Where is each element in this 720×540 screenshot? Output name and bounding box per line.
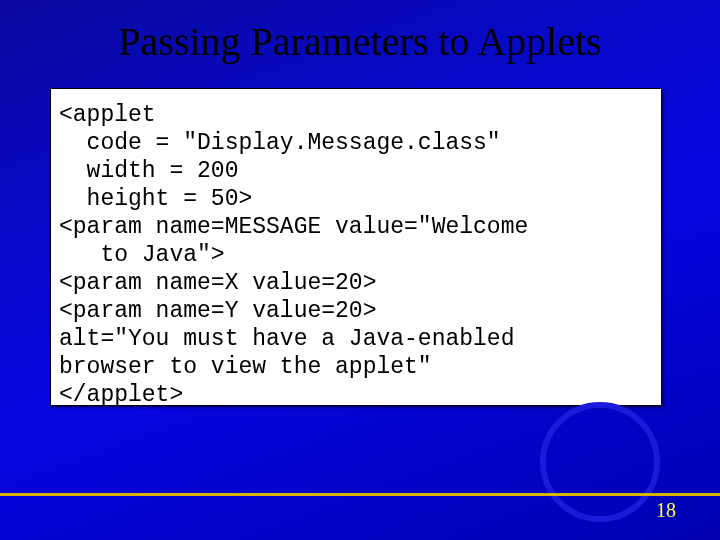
code-box: <applet code = "Display.Message.class" w… (50, 88, 662, 406)
decorative-circle-icon (540, 402, 660, 522)
divider-rule (0, 493, 720, 496)
page-number: 18 (656, 499, 676, 522)
code-content: <applet code = "Display.Message.class" w… (59, 101, 653, 410)
slide: Passing Parameters to Applets <applet co… (0, 0, 720, 540)
slide-title: Passing Parameters to Applets (0, 18, 720, 65)
